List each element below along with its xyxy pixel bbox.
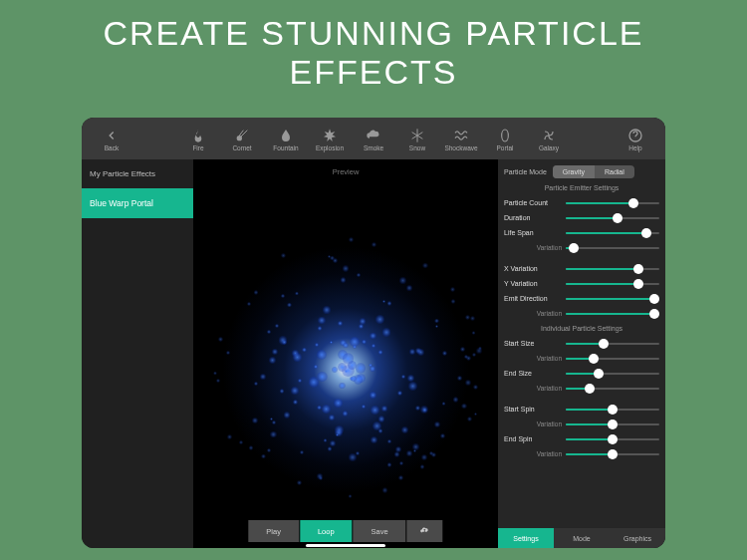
tab-settings[interactable]: Settings: [498, 528, 554, 548]
marketing-heading-l1: CREATE STUNNING PARTICLE: [0, 14, 747, 53]
chevron-left-icon: [103, 127, 121, 144]
slider-thumb[interactable]: [585, 384, 595, 394]
preset-galaxy[interactable]: Galaxy: [527, 119, 571, 158]
slider-track[interactable]: [566, 358, 659, 360]
settings-panel: Particle Mode Gravity Radial Particle Em…: [498, 159, 665, 548]
preset-portal[interactable]: Portal: [483, 119, 527, 158]
wave-icon: [452, 127, 470, 144]
back-button[interactable]: Back: [90, 119, 133, 158]
app-window: Back Fire Comet Fountain Explosion Smoke…: [82, 118, 665, 548]
slider-label: End Spin: [504, 435, 562, 442]
slider-track[interactable]: [566, 409, 659, 411]
slider-emit-direction[interactable]: Emit Direction: [504, 291, 659, 306]
slider-end-size[interactable]: End Size: [504, 366, 659, 381]
slider-emit-dir-var[interactable]: Variation: [504, 306, 659, 321]
snowflake-icon: [408, 127, 426, 144]
help-label: Help: [628, 144, 641, 151]
slider-label: Variation: [526, 450, 562, 457]
save-button[interactable]: Save: [354, 520, 406, 542]
slider-life-span[interactable]: Life Span: [504, 225, 659, 240]
mode-radial-button[interactable]: Radial: [595, 165, 634, 178]
slider-label: Duration: [504, 214, 562, 221]
slider-thumb[interactable]: [628, 198, 638, 208]
slider-label: Variation: [526, 244, 562, 251]
slider-label: Variation: [526, 310, 562, 317]
preset-fire[interactable]: Fire: [176, 119, 220, 158]
slider-particle-count[interactable]: Particle Count: [504, 195, 659, 210]
help-button[interactable]: Help: [614, 119, 657, 158]
slider-duration[interactable]: Duration: [504, 210, 659, 225]
svg-point-1: [502, 130, 509, 141]
slider-thumb[interactable]: [569, 243, 579, 253]
comet-icon: [233, 127, 251, 144]
slider-label: Variation: [526, 355, 562, 362]
slider-thumb[interactable]: [608, 434, 618, 444]
preset-explosion[interactable]: Explosion: [308, 119, 352, 158]
fire-icon: [189, 127, 207, 144]
slider-end-size-var[interactable]: Variation: [504, 381, 659, 396]
sidebar-item-effect[interactable]: Blue Warp Portal: [82, 188, 193, 218]
slider-end-spin[interactable]: End Spin: [504, 431, 659, 446]
slider-thumb[interactable]: [608, 449, 618, 459]
particle-visualization: [193, 176, 498, 548]
slider-start-size[interactable]: Start Size: [504, 336, 659, 351]
slider-start-spin-var[interactable]: Variation: [504, 417, 659, 431]
droplet-icon: [277, 127, 295, 144]
slider-end-spin-var[interactable]: Variation: [504, 446, 659, 461]
slider-x-variation[interactable]: X Variation: [504, 261, 659, 276]
slider-start-spin[interactable]: Start Spin: [504, 402, 659, 417]
slider-track[interactable]: [566, 202, 659, 204]
slider-thumb[interactable]: [633, 264, 643, 274]
preset-fountain[interactable]: Fountain: [264, 119, 308, 158]
slider-track[interactable]: [566, 232, 659, 234]
marketing-heading-l2: EFFECTS: [0, 53, 747, 92]
slider-thumb[interactable]: [589, 354, 599, 364]
slider-track[interactable]: [566, 438, 659, 440]
slider-thumb[interactable]: [608, 405, 618, 415]
particle-canvas[interactable]: [193, 176, 498, 548]
slider-track[interactable]: [566, 343, 659, 345]
preset-shockwave[interactable]: Shockwave: [439, 119, 483, 158]
slider-thumb[interactable]: [649, 309, 659, 319]
preset-smoke[interactable]: Smoke: [352, 119, 395, 158]
tab-graphics[interactable]: Graphics: [610, 528, 665, 548]
slider-thumb[interactable]: [594, 369, 604, 379]
top-toolbar: Back Fire Comet Fountain Explosion Smoke…: [82, 118, 665, 159]
slider-track[interactable]: [566, 423, 659, 425]
slider-track[interactable]: [566, 247, 659, 249]
mode-gravity-button[interactable]: Gravity: [553, 165, 595, 178]
preset-snow[interactable]: Snow: [395, 119, 439, 158]
slider-thumb[interactable]: [641, 228, 651, 238]
slider-label: Emit Direction: [504, 295, 562, 302]
preset-comet[interactable]: Comet: [220, 119, 264, 158]
individual-section-title: Individual Particle Settings: [504, 325, 659, 332]
slider-track[interactable]: [566, 283, 659, 285]
play-button[interactable]: Play: [248, 520, 299, 542]
slider-track[interactable]: [566, 373, 659, 375]
slider-life-span-var[interactable]: Variation: [504, 240, 659, 255]
mode-segmented-control: Gravity Radial: [553, 165, 634, 178]
slider-label: Variation: [526, 385, 562, 392]
loop-button[interactable]: Loop: [300, 520, 353, 542]
slider-label: Particle Count: [504, 199, 562, 206]
slider-track[interactable]: [566, 298, 659, 300]
slider-thumb[interactable]: [633, 279, 643, 289]
preview-area: Preview Play Loop Save: [193, 159, 498, 548]
slider-track[interactable]: [566, 313, 659, 315]
slider-start-size-var[interactable]: Variation: [504, 351, 659, 366]
slider-thumb[interactable]: [613, 213, 622, 223]
tab-mode[interactable]: Mode: [554, 528, 610, 548]
preview-label: Preview: [193, 159, 498, 176]
back-label: Back: [105, 144, 119, 151]
slider-track[interactable]: [566, 268, 659, 270]
slider-thumb[interactable]: [608, 420, 618, 429]
slider-track[interactable]: [566, 388, 659, 390]
slider-track[interactable]: [566, 453, 659, 455]
slider-thumb[interactable]: [599, 339, 609, 349]
home-indicator: [306, 544, 385, 547]
cloud-upload-button[interactable]: [407, 520, 443, 542]
slider-y-variation[interactable]: Y Variation: [504, 276, 659, 291]
slider-label: Y Variation: [504, 280, 562, 287]
slider-thumb[interactable]: [649, 294, 659, 304]
slider-track[interactable]: [566, 217, 659, 219]
